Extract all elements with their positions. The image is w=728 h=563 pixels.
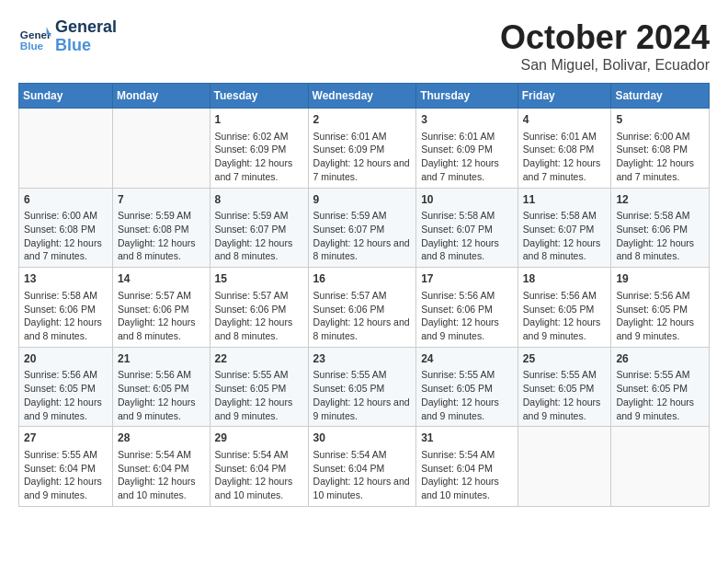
day-info: Sunrise: 5:57 AM	[313, 289, 412, 303]
day-info: Sunset: 6:06 PM	[118, 303, 205, 316]
calendar-cell: 12Sunrise: 5:58 AMSunset: 6:06 PMDayligh…	[611, 188, 710, 268]
day-info: Sunset: 6:06 PM	[616, 223, 704, 236]
day-info: Daylight: 12 hours and 8 minutes.	[421, 236, 513, 263]
calendar-cell: 8Sunrise: 5:59 AMSunset: 6:07 PMDaylight…	[210, 188, 308, 268]
day-info: Sunrise: 5:56 AM	[421, 289, 513, 303]
day-number: 15	[215, 271, 303, 287]
column-header-saturday: Saturday	[611, 84, 710, 109]
column-header-friday: Friday	[518, 84, 611, 109]
day-info: Daylight: 12 hours and 9 minutes.	[523, 316, 607, 342]
day-info: Daylight: 12 hours and 9 minutes.	[24, 475, 108, 501]
day-info: Daylight: 12 hours and 8 minutes.	[215, 236, 303, 263]
day-number: 16	[313, 271, 412, 287]
day-info: Sunset: 6:05 PM	[118, 382, 205, 396]
day-number: 24	[421, 351, 513, 367]
day-info: Sunrise: 5:54 AM	[118, 448, 205, 462]
day-number: 7	[118, 192, 205, 208]
day-info: Daylight: 12 hours and 9 minutes.	[215, 396, 303, 422]
day-info: Sunrise: 6:00 AM	[24, 209, 108, 223]
day-number: 6	[24, 192, 108, 208]
svg-text:Blue: Blue	[20, 39, 44, 51]
day-info: Sunrise: 5:54 AM	[313, 448, 412, 462]
calendar-cell: 30Sunrise: 5:54 AMSunset: 6:04 PMDayligh…	[308, 427, 416, 507]
day-info: Sunset: 6:04 PM	[24, 462, 108, 476]
day-number: 11	[523, 192, 607, 208]
calendar-cell: 2Sunrise: 6:01 AMSunset: 6:09 PMDaylight…	[308, 109, 416, 189]
day-info: Daylight: 12 hours and 9 minutes.	[118, 396, 205, 422]
day-number: 29	[215, 431, 303, 446]
day-info: Sunset: 6:09 PM	[215, 143, 303, 156]
day-number: 28	[118, 431, 205, 446]
day-number: 3	[421, 112, 513, 128]
day-info: Daylight: 12 hours and 8 minutes.	[215, 316, 303, 342]
day-info: Sunrise: 5:59 AM	[313, 209, 412, 223]
day-info: Sunrise: 5:59 AM	[118, 209, 205, 223]
calendar-table: SundayMondayTuesdayWednesdayThursdayFrid…	[18, 83, 710, 507]
day-info: Daylight: 12 hours and 7 minutes.	[215, 156, 303, 183]
day-info: Sunrise: 5:55 AM	[215, 368, 303, 382]
day-info: Sunrise: 5:58 AM	[616, 209, 704, 223]
day-info: Sunset: 6:07 PM	[215, 223, 303, 236]
day-info: Sunset: 6:06 PM	[421, 303, 513, 316]
day-info: Sunset: 6:08 PM	[616, 143, 704, 156]
calendar-cell: 1Sunrise: 6:02 AMSunset: 6:09 PMDaylight…	[210, 109, 308, 189]
logo-icon: General Blue	[18, 20, 51, 53]
calendar-cell: 9Sunrise: 5:59 AMSunset: 6:07 PMDaylight…	[308, 188, 416, 268]
day-info: Daylight: 12 hours and 9 minutes.	[523, 396, 607, 422]
day-info: Sunset: 6:05 PM	[313, 382, 412, 396]
day-info: Sunset: 6:08 PM	[24, 223, 108, 236]
day-info: Sunset: 6:04 PM	[421, 462, 513, 476]
day-info: Daylight: 12 hours and 9 minutes.	[616, 316, 704, 342]
calendar-week-5: 27Sunrise: 5:55 AMSunset: 6:04 PMDayligh…	[19, 427, 710, 507]
day-info: Daylight: 12 hours and 8 minutes.	[523, 236, 607, 263]
day-info: Sunset: 6:05 PM	[616, 303, 704, 316]
calendar-cell: 16Sunrise: 5:57 AMSunset: 6:06 PMDayligh…	[308, 268, 416, 348]
day-number: 30	[313, 431, 412, 446]
day-info: Daylight: 12 hours and 7 minutes.	[616, 156, 704, 183]
day-info: Sunset: 6:07 PM	[523, 223, 607, 236]
day-info: Daylight: 12 hours and 8 minutes.	[24, 316, 108, 342]
calendar-cell: 19Sunrise: 5:56 AMSunset: 6:05 PMDayligh…	[611, 268, 710, 348]
day-info: Sunset: 6:08 PM	[523, 143, 607, 156]
day-info: Sunrise: 5:55 AM	[24, 448, 108, 462]
day-info: Daylight: 12 hours and 8 minutes.	[313, 236, 412, 263]
day-number: 23	[313, 351, 412, 367]
day-info: Sunrise: 5:55 AM	[616, 368, 704, 382]
calendar-cell: 25Sunrise: 5:55 AMSunset: 6:05 PMDayligh…	[518, 347, 611, 427]
day-info: Sunset: 6:09 PM	[421, 143, 513, 156]
calendar-cell	[112, 109, 210, 189]
calendar-cell: 28Sunrise: 5:54 AMSunset: 6:04 PMDayligh…	[112, 427, 210, 507]
calendar-cell: 17Sunrise: 5:56 AMSunset: 6:06 PMDayligh…	[416, 268, 518, 348]
day-info: Sunrise: 6:01 AM	[313, 130, 412, 144]
day-info: Sunrise: 5:58 AM	[421, 209, 513, 223]
day-number: 4	[523, 112, 607, 128]
day-info: Daylight: 12 hours and 9 minutes.	[313, 396, 412, 422]
calendar-cell: 29Sunrise: 5:54 AMSunset: 6:04 PMDayligh…	[210, 427, 308, 507]
day-info: Daylight: 12 hours and 9 minutes.	[421, 316, 513, 342]
calendar-cell: 24Sunrise: 5:55 AMSunset: 6:05 PMDayligh…	[416, 347, 518, 427]
calendar-body: 1Sunrise: 6:02 AMSunset: 6:09 PMDaylight…	[19, 109, 710, 507]
logo: General Blue General Blue	[18, 18, 117, 55]
day-info: Sunset: 6:05 PM	[523, 382, 607, 396]
calendar-cell: 31Sunrise: 5:54 AMSunset: 6:04 PMDayligh…	[416, 427, 518, 507]
day-info: Sunset: 6:05 PM	[215, 382, 303, 396]
calendar-cell	[518, 427, 611, 507]
day-info: Sunrise: 5:57 AM	[215, 289, 303, 303]
day-number: 26	[616, 351, 704, 367]
day-info: Daylight: 12 hours and 10 minutes.	[313, 475, 412, 501]
day-info: Sunrise: 5:57 AM	[118, 289, 205, 303]
day-number: 31	[421, 431, 513, 446]
calendar-cell: 18Sunrise: 5:56 AMSunset: 6:05 PMDayligh…	[518, 268, 611, 348]
day-info: Sunset: 6:05 PM	[421, 382, 513, 396]
day-info: Sunrise: 6:02 AM	[215, 130, 303, 144]
day-info: Sunrise: 6:01 AM	[523, 130, 607, 144]
day-info: Daylight: 12 hours and 10 minutes.	[118, 475, 205, 501]
day-number: 1	[215, 112, 303, 128]
day-info: Daylight: 12 hours and 8 minutes.	[118, 236, 205, 263]
calendar-cell: 13Sunrise: 5:58 AMSunset: 6:06 PMDayligh…	[19, 268, 113, 348]
calendar-cell: 6Sunrise: 6:00 AMSunset: 6:08 PMDaylight…	[19, 188, 113, 268]
day-info: Sunset: 6:06 PM	[215, 303, 303, 316]
page-header: General Blue General Blue October 2024 S…	[18, 18, 710, 74]
logo-blue: Blue	[55, 37, 117, 55]
day-info: Sunrise: 6:01 AM	[421, 130, 513, 144]
